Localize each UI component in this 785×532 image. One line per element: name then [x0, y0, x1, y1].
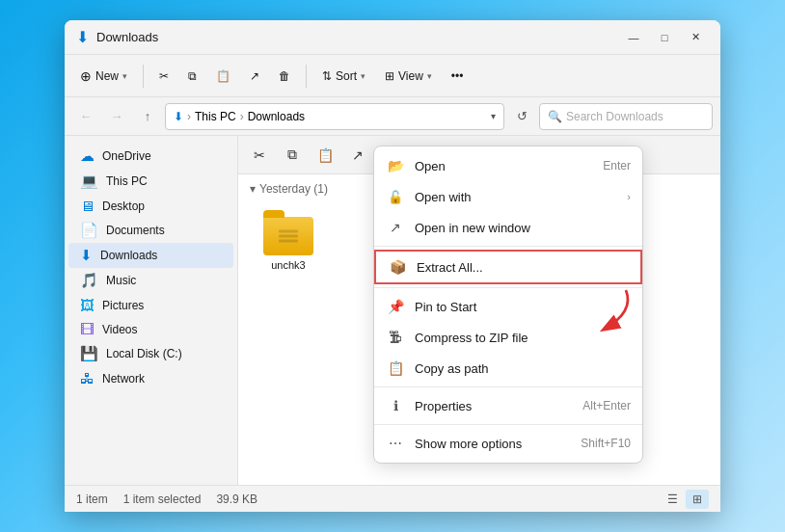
sidebar-item-pictures[interactable]: 🖼 Pictures	[68, 293, 233, 317]
view-toggle-buttons: ☰ ⊞	[661, 490, 709, 509]
sidebar-item-downloads[interactable]: ⬇ Downloads	[68, 243, 233, 268]
path-icon: ⬇	[174, 110, 183, 123]
new-button[interactable]: ⊕ New ▾	[72, 65, 135, 88]
sidebar-item-onedrive[interactable]: ☁ OneDrive	[68, 144, 233, 169]
desktop-icon: 🖥	[80, 198, 95, 214]
sidebar-item-music[interactable]: 🎵 Music	[68, 268, 233, 293]
zip-lines	[279, 230, 298, 243]
music-icon: 🎵	[80, 272, 98, 289]
ctx-cut-button[interactable]: ✂	[246, 142, 273, 169]
share-button[interactable]: ↗	[242, 66, 267, 87]
main-area: ☁ OneDrive 💻 This PC 🖥 Desktop 📄 Documen…	[65, 136, 720, 485]
sidebar-label-desktop: Desktop	[102, 200, 145, 213]
sidebar-item-localdisk[interactable]: 💾 Local Disk (C:)	[68, 341, 233, 366]
view-button[interactable]: ⊞ View ▾	[377, 66, 440, 87]
zip-folder-icon	[263, 209, 313, 255]
path-sep1: ›	[187, 110, 191, 123]
sort-chevron: ▾	[361, 71, 365, 81]
menu-item-open-new-window[interactable]: ↗ Open in new window	[374, 212, 642, 243]
sort-label: Sort	[336, 69, 357, 83]
ctx-copy-button[interactable]: ⧉	[279, 142, 306, 169]
separator-ctx-3	[374, 386, 642, 387]
documents-icon: 📄	[80, 222, 98, 239]
path-dropdown-icon: ▾	[491, 111, 496, 121]
group-chevron: ▾	[250, 182, 256, 196]
properties-shortcut: Alt+Enter	[582, 399, 631, 412]
file-name: unchk3	[271, 259, 305, 271]
copy-path-icon: 📋	[386, 359, 405, 378]
openwith-icon: 🔓	[386, 187, 405, 206]
minimize-button[interactable]: —	[620, 28, 647, 47]
extract-icon: 📦	[388, 257, 407, 277]
address-path[interactable]: ⬇ › This PC › Downloads ▾	[165, 103, 504, 130]
separator-2	[306, 65, 307, 88]
show-more-icon: ⋯	[386, 434, 405, 453]
compress-label: Compress to ZIP file	[415, 331, 528, 345]
pin-label: Pin to Start	[415, 300, 476, 314]
delete-button[interactable]: 🗑	[271, 66, 298, 87]
forward-button[interactable]: →	[103, 103, 130, 130]
window-controls: — □ ✕	[620, 28, 709, 47]
context-menu: 📂 Open Enter 🔓 Open with › ↗ Open in new…	[373, 146, 643, 464]
extract-label: Extract All...	[417, 260, 483, 275]
menu-item-properties[interactable]: ℹ Properties Alt+Enter	[374, 390, 642, 421]
openwith-label: Open with	[415, 190, 472, 204]
sidebar-label-videos: Videos	[102, 323, 137, 336]
onedrive-icon: ☁	[80, 147, 95, 165]
ctx-share-button[interactable]: ↗	[344, 142, 371, 169]
sort-button[interactable]: ⇅ Sort ▾	[314, 66, 373, 87]
up-button[interactable]: ↑	[134, 103, 161, 130]
thispc-icon: 💻	[80, 173, 98, 190]
sidebar-item-videos[interactable]: 🎞 Videos	[68, 317, 233, 341]
sidebar-item-thispc[interactable]: 💻 This PC	[68, 169, 233, 194]
sidebar-item-network[interactable]: 🖧 Network	[68, 366, 233, 390]
close-button[interactable]: ✕	[682, 28, 709, 47]
sidebar-label-documents: Documents	[106, 224, 165, 237]
view-label: View	[398, 69, 423, 83]
menu-item-show-more[interactable]: ⋯ Show more options Shift+F10	[374, 428, 642, 459]
toolbar: ⊕ New ▾ ✂ ⧉ 📋 ↗ 🗑 ⇅ Sort ▾ ⊞ View ▾	[65, 55, 720, 97]
file-item[interactable]: unchk3	[250, 203, 327, 277]
refresh-button[interactable]: ↺	[508, 103, 535, 130]
address-bar: ← → ↑ ⬇ › This PC › Downloads ▾ ↺ 🔍 Sear…	[65, 97, 720, 136]
maximize-button[interactable]: □	[651, 28, 678, 47]
file-size: 39.9 KB	[216, 492, 257, 506]
pictures-icon: 🖼	[80, 297, 95, 313]
openwith-arrow: ›	[627, 191, 631, 202]
menu-item-compress[interactable]: 🗜 Compress to ZIP file	[374, 322, 642, 353]
menu-item-openwith[interactable]: 🔓 Open with ›	[374, 181, 642, 212]
explorer-window: ⬇ Downloads — □ ✕ ⊕ New ▾ ✂ ⧉ 📋 ↗ 🗑	[65, 20, 720, 512]
list-view-button[interactable]: ☰	[661, 490, 684, 509]
selected-info: 1 item selected	[123, 492, 202, 506]
menu-item-pin[interactable]: 📌 Pin to Start	[374, 291, 642, 322]
separator-1	[143, 65, 144, 88]
copy-button[interactable]: ⧉	[180, 66, 204, 87]
copy-path-label: Copy as path	[415, 361, 489, 376]
item-count: 1 item	[76, 492, 108, 506]
menu-item-open[interactable]: 📂 Open Enter	[374, 150, 642, 181]
more-button[interactable]: •••	[444, 66, 472, 87]
copy-icon: ⧉	[188, 69, 197, 83]
disk-icon: 💾	[80, 345, 98, 362]
delete-icon: 🗑	[279, 69, 290, 83]
sidebar-item-documents[interactable]: 📄 Documents	[68, 218, 233, 243]
search-box[interactable]: 🔍 Search Downloads	[539, 103, 713, 130]
separator-ctx-4	[374, 424, 642, 425]
open-shortcut: Enter	[603, 159, 631, 173]
compress-icon: 🗜	[386, 328, 405, 347]
sidebar-item-desktop[interactable]: 🖥 Desktop	[68, 194, 233, 218]
cut-icon: ✂	[159, 69, 169, 83]
view-icon: ⊞	[385, 69, 394, 83]
menu-item-extract-all[interactable]: 📦 Extract All...	[374, 250, 642, 284]
menu-item-copy-path[interactable]: 📋 Copy as path	[374, 353, 642, 384]
cut-button[interactable]: ✂	[151, 66, 176, 87]
status-bar: 1 item 1 item selected 39.9 KB ☰ ⊞	[65, 485, 720, 512]
back-button[interactable]: ←	[72, 103, 99, 130]
sidebar-label-localdisk: Local Disk (C:)	[106, 347, 182, 360]
new-label: New	[95, 69, 119, 83]
grid-view-button[interactable]: ⊞	[686, 490, 709, 509]
paste-button[interactable]: 📋	[208, 66, 238, 87]
show-more-label: Show more options	[415, 437, 522, 451]
ctx-paste-button[interactable]: 📋	[311, 142, 338, 169]
search-icon: 🔍	[548, 110, 562, 123]
